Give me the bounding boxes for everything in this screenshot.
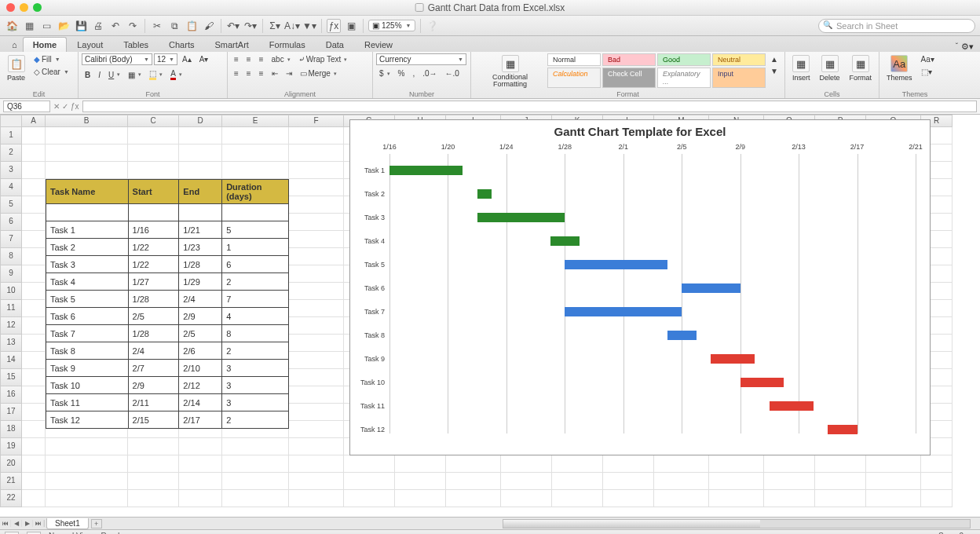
save-icon[interactable]: 💾 <box>74 19 88 33</box>
styles-scroll-down-icon[interactable]: ▼ <box>767 65 781 77</box>
table-cell[interactable]: 2/12 <box>179 377 222 394</box>
show-hide-icon[interactable]: ▣ <box>344 19 358 33</box>
table-cell[interactable]: 2/9 <box>179 308 222 325</box>
row-header-3[interactable]: 3 <box>0 162 22 179</box>
grow-font-icon[interactable]: A▴ <box>179 53 195 65</box>
row-header-14[interactable]: 14 <box>0 352 22 369</box>
table-cell[interactable]: 3 <box>222 394 289 411</box>
sort-icon[interactable]: A↓▾ <box>285 19 299 33</box>
gantt-chart[interactable]: Gantt Chart Template for Excel 1/161/201… <box>349 119 931 455</box>
fx-icon[interactable]: ƒx <box>327 19 341 33</box>
accept-formula-icon[interactable]: ✓ <box>62 102 68 111</box>
ribbon-settings-icon[interactable]: ⚙▾ <box>961 42 974 52</box>
table-cell[interactable]: 1/27 <box>128 273 179 291</box>
close-icon[interactable] <box>6 3 15 12</box>
fill-button[interactable]: ◆Fill▼ <box>31 53 72 65</box>
align-center-icon[interactable]: ≡ <box>243 68 254 79</box>
page-layout-view-icon[interactable] <box>27 532 41 535</box>
column-header-F[interactable]: F <box>289 115 344 127</box>
row-header-19[interactable]: 19 <box>0 438 22 455</box>
bold-button[interactable]: B <box>82 68 93 82</box>
style-bad[interactable]: Bad <box>602 53 656 66</box>
increase-indent-icon[interactable]: ⇥ <box>283 68 295 79</box>
row-header-18[interactable]: 18 <box>0 421 22 438</box>
percent-icon[interactable]: % <box>395 68 408 79</box>
table-cell[interactable]: 2/5 <box>128 308 179 325</box>
row-header-20[interactable]: 20 <box>0 455 22 473</box>
redo-icon[interactable]: ↷ <box>126 19 140 33</box>
style-input[interactable]: Input <box>712 68 766 88</box>
table-cell[interactable]: 8 <box>222 325 289 342</box>
table-cell[interactable]: 1/23 <box>179 239 222 256</box>
name-box[interactable]: Q36 <box>3 101 50 112</box>
number-format-combo[interactable]: Currency▼ <box>376 53 466 65</box>
decrease-decimal-icon[interactable]: ←.0 <box>442 68 463 79</box>
cut-icon[interactable]: ✂ <box>150 19 164 33</box>
table-cell[interactable]: 1/16 <box>128 221 179 239</box>
table-cell[interactable]: 1/28 <box>179 256 222 273</box>
row-header-8[interactable]: 8 <box>0 248 22 265</box>
comma-icon[interactable]: , <box>409 68 418 79</box>
table-cell[interactable]: 1/22 <box>128 256 179 273</box>
help-icon[interactable]: ❔ <box>426 19 440 33</box>
row-header-12[interactable]: 12 <box>0 317 22 335</box>
table-cell[interactable]: 3 <box>222 377 289 394</box>
tab-home[interactable]: Home <box>23 37 68 52</box>
table-cell[interactable]: 2 <box>222 411 289 429</box>
print-icon[interactable]: 🖨 <box>91 19 105 33</box>
table-cell[interactable]: 2/5 <box>179 325 222 342</box>
row-header-13[interactable]: 13 <box>0 335 22 352</box>
row-header-7[interactable]: 7 <box>0 231 22 248</box>
normal-view-icon[interactable] <box>5 532 19 535</box>
clear-button[interactable]: ◇Clear▼ <box>31 66 72 78</box>
grid-icon[interactable]: ▦ <box>22 19 36 33</box>
font-size-combo[interactable]: 12▼ <box>154 53 177 65</box>
collapse-ribbon-icon[interactable]: ˇ <box>956 42 958 51</box>
table-cell[interactable]: Task 4 <box>46 273 129 291</box>
minimize-icon[interactable] <box>20 3 28 12</box>
row-header-5[interactable]: 5 <box>0 196 22 214</box>
paste-icon[interactable]: 📋 <box>185 19 199 33</box>
table-cell[interactable]: 2/11 <box>128 394 179 411</box>
currency-icon[interactable]: $▾ <box>376 68 393 79</box>
zoom-control[interactable]: ▣ 125% ▼ <box>368 20 415 31</box>
spreadsheet-grid[interactable]: ABCDEFGHIJKLMNOPQR 123456789101112131415… <box>0 115 980 517</box>
table-cell[interactable]: Task 5 <box>46 291 129 308</box>
table-cell[interactable]: 1/28 <box>128 325 179 342</box>
new-icon[interactable]: ▭ <box>39 19 53 33</box>
table-cell[interactable]: 4 <box>222 308 289 325</box>
row-header-16[interactable]: 16 <box>0 386 22 404</box>
font-color-button[interactable]: A▾ <box>167 68 185 82</box>
table-cell[interactable]: Task 6 <box>46 308 129 325</box>
style-calculation[interactable]: Calculation <box>547 68 601 88</box>
horizontal-scrollbar[interactable] <box>503 519 971 529</box>
orientation-icon[interactable]: abc▾ <box>269 53 294 65</box>
tab-layout[interactable]: Layout <box>67 37 113 52</box>
underline-button[interactable]: U▾ <box>105 68 123 82</box>
table-cell[interactable]: Task 7 <box>46 325 129 342</box>
table-cell[interactable]: 1/22 <box>128 239 179 256</box>
theme-colors-icon[interactable]: Aa▾ <box>918 53 938 65</box>
style-explanatory[interactable]: Explanatory ... <box>657 68 711 88</box>
format-painter-icon[interactable]: 🖌 <box>202 19 216 33</box>
align-left-icon[interactable]: ≡ <box>231 68 242 79</box>
copy-icon[interactable]: ⧉ <box>167 19 181 33</box>
paste-button[interactable]: 📋 Paste <box>3 53 29 83</box>
style-normal[interactable]: Normal <box>547 53 601 66</box>
align-middle-icon[interactable]: ≡ <box>243 53 254 65</box>
search-input[interactable]: Search in Sheet <box>818 19 975 33</box>
border-button[interactable]: ▦▾ <box>125 68 144 82</box>
table-cell[interactable]: 2/4 <box>128 342 179 360</box>
filter-icon[interactable]: ▼▾ <box>302 19 316 33</box>
undo-icon[interactable]: ↶ <box>108 19 122 33</box>
cancel-formula-icon[interactable]: ✕ <box>53 102 60 111</box>
table-cell[interactable]: 6 <box>222 256 289 273</box>
row-header-11[interactable]: 11 <box>0 300 22 317</box>
table-cell[interactable]: 7 <box>222 291 289 308</box>
fx-button-icon[interactable]: ƒx <box>71 102 79 111</box>
column-header-C[interactable]: C <box>128 115 179 127</box>
table-cell[interactable]: Task 8 <box>46 342 129 360</box>
table-cell[interactable]: 1/28 <box>128 291 179 308</box>
tab-home-icon[interactable]: ⌂ <box>6 37 23 52</box>
row-header-21[interactable]: 21 <box>0 473 22 490</box>
